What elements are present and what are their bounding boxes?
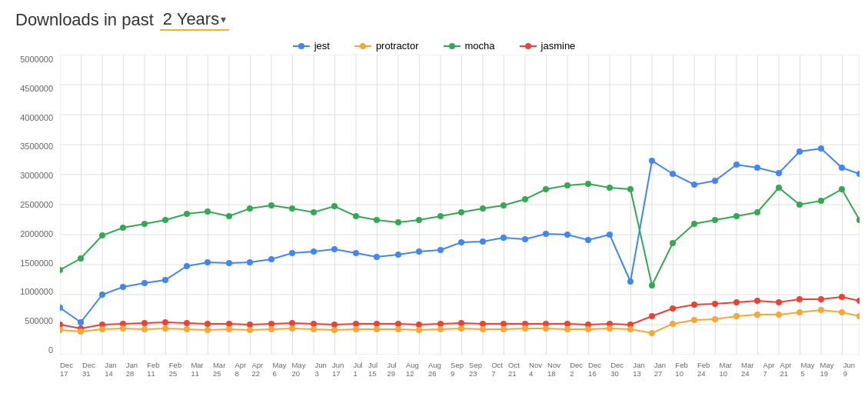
svg-point-3 (360, 43, 366, 49)
svg-point-96 (856, 171, 860, 177)
svg-point-94 (818, 145, 824, 152)
legend-label-jest: jest (314, 40, 330, 52)
svg-point-134 (839, 186, 845, 192)
svg-point-99 (99, 232, 105, 238)
svg-point-85 (627, 278, 634, 285)
y-label-1500k: 1500000 (8, 258, 53, 268)
x-label: Feb 10 (675, 361, 697, 378)
svg-point-210 (796, 309, 803, 315)
x-label: Mar 10 (719, 361, 741, 378)
svg-point-177 (99, 326, 105, 332)
svg-point-154 (437, 321, 444, 327)
svg-point-209 (776, 312, 782, 318)
svg-point-166 (691, 302, 697, 308)
svg-point-182 (205, 327, 211, 333)
svg-point-146 (268, 321, 274, 327)
svg-point-211 (818, 307, 824, 313)
svg-point-200 (585, 326, 591, 332)
svg-point-76 (437, 247, 444, 253)
svg-point-152 (395, 321, 401, 327)
legend-item-jasmine: jasmine (520, 40, 576, 52)
svg-point-106 (247, 205, 253, 212)
svg-point-204 (670, 321, 676, 327)
svg-point-133 (818, 198, 824, 204)
svg-point-190 (374, 326, 380, 332)
svg-point-169 (754, 298, 760, 304)
svg-point-123 (607, 185, 613, 191)
svg-point-141 (162, 319, 168, 325)
svg-point-192 (416, 327, 422, 333)
svg-point-186 (289, 325, 295, 332)
time-period-dropdown[interactable]: 2 Years ▾ (160, 9, 229, 31)
svg-point-173 (839, 294, 845, 300)
x-label: Jan 14 (105, 361, 126, 378)
svg-point-107 (268, 202, 274, 208)
svg-point-110 (331, 203, 338, 209)
svg-point-157 (501, 321, 507, 327)
svg-point-155 (458, 320, 464, 326)
svg-point-196 (501, 326, 507, 332)
x-label: Dec 16 (588, 361, 610, 378)
svg-point-82 (564, 232, 570, 238)
chart-area: Dec 17 Dec 31 Jan 14 Jan 28 Feb 11 Feb 2… (60, 55, 860, 378)
x-label: Oct 7 (491, 361, 508, 378)
svg-point-113 (395, 219, 401, 225)
svg-point-84 (607, 232, 613, 238)
svg-point-160 (564, 321, 570, 327)
svg-point-172 (818, 296, 824, 302)
y-label-0: 0 (8, 345, 53, 355)
x-label: Mar 24 (741, 361, 763, 378)
svg-point-151 (374, 321, 380, 327)
y-label-4m: 4000000 (8, 113, 53, 122)
y-label-4500k: 4500000 (8, 84, 53, 93)
svg-point-121 (564, 182, 570, 188)
y-label-2m: 2000000 (8, 229, 53, 238)
x-label: Oct 21 (508, 361, 529, 378)
x-label: Jul 1 (354, 361, 368, 378)
svg-point-83 (585, 237, 591, 243)
y-label-3500k: 3500000 (8, 142, 53, 151)
svg-point-142 (184, 320, 190, 326)
svg-point-183 (226, 326, 232, 332)
chart-legend: jest protractor mocha jasmine (0, 35, 868, 55)
x-axis: Dec 17 Dec 31 Jan 14 Jan 28 Feb 11 Feb 2… (60, 361, 860, 378)
svg-point-181 (184, 326, 190, 332)
svg-point-120 (543, 186, 549, 192)
svg-point-143 (205, 321, 211, 327)
x-label: Aug 12 (406, 361, 428, 378)
y-label-1m: 1000000 (8, 287, 53, 296)
svg-point-70 (311, 248, 317, 255)
svg-point-86 (649, 158, 655, 164)
svg-point-73 (374, 254, 380, 260)
x-label: Feb 25 (169, 361, 191, 378)
y-label-500k: 500000 (8, 316, 53, 325)
x-label: Apr 21 (780, 361, 801, 378)
x-label: Sep 9 (451, 361, 469, 378)
x-label: Nov 4 (529, 361, 547, 378)
svg-point-176 (78, 328, 84, 335)
svg-point-125 (649, 282, 655, 288)
x-label: Apr 8 (235, 361, 252, 378)
svg-point-112 (374, 217, 380, 223)
svg-point-198 (543, 325, 549, 332)
x-label: Jan 27 (654, 361, 676, 378)
svg-point-147 (289, 320, 295, 326)
x-label: Mar 25 (213, 361, 235, 378)
x-label: Jan 28 (126, 361, 148, 378)
svg-point-88 (691, 182, 697, 188)
x-label: Jul 15 (368, 361, 387, 378)
svg-point-170 (776, 299, 782, 305)
svg-point-69 (289, 250, 295, 256)
svg-point-171 (796, 296, 803, 302)
svg-point-175 (60, 327, 63, 333)
svg-point-105 (226, 213, 232, 219)
svg-point-117 (480, 205, 486, 212)
dropdown-value: 2 Years (163, 9, 219, 29)
y-axis: 5000000 4500000 4000000 3500000 3000000 … (8, 55, 58, 355)
svg-point-72 (353, 250, 359, 256)
svg-point-130 (754, 209, 760, 215)
svg-point-111 (353, 213, 359, 219)
svg-point-187 (311, 326, 317, 332)
legend-item-jest: jest (293, 40, 330, 52)
svg-point-64 (184, 263, 190, 269)
